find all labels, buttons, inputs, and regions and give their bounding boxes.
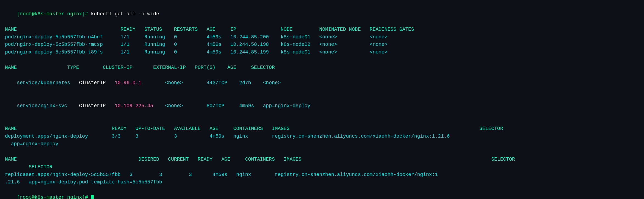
deploy-row-1b: app=nginx-deploy xyxy=(5,140,639,148)
deploy-header: NAME READY UP-TO-DATE AVAILABLE AGE CONT… xyxy=(5,125,639,133)
svc-row-1: service/kubernetes ClusterIP 10.96.0.1 <… xyxy=(5,72,639,95)
svc2-type: ClusterIP xyxy=(79,103,115,109)
svc1-type: ClusterIP xyxy=(79,80,115,86)
rs-header-selector: SELECTOR xyxy=(5,163,639,171)
svc2-clusterip: 10.109.225.45 xyxy=(115,103,165,109)
svc-header: NAME TYPE CLUSTER-IP EXTERNAL-IP PORT(S)… xyxy=(5,64,639,72)
blank-2 xyxy=(5,117,639,125)
command-line: [root@k8s-master nginx]# kubectl get all… xyxy=(5,3,639,26)
pods-header: NAME READY STATUS RESTARTS AGE IP NODE N… xyxy=(5,26,639,33)
pod-row-1: pod/nginx-deploy-5c5b557fbb-n4bnf 1/1 Ru… xyxy=(5,33,639,41)
deploy-row-1: deployment.apps/nginx-deploy 3/3 3 3 4m5… xyxy=(5,133,639,140)
prompt-1: [root@k8s-master nginx]# xyxy=(17,11,91,17)
terminal-window: [root@k8s-master nginx]# kubectl get all… xyxy=(5,3,639,199)
pod-row-2: pod/nginx-deploy-5c5b557fbb-rmcsp 1/1 Ru… xyxy=(5,41,639,49)
rs-header: NAME DESIRED CURRENT READY AGE CONTAINER… xyxy=(5,156,639,163)
prompt-2: [root@k8s-master nginx]# xyxy=(17,195,91,199)
svc-row-2: service/nginx-svc ClusterIP 10.109.225.4… xyxy=(5,95,639,118)
blank-3 xyxy=(5,148,639,156)
svc2-name: service/nginx-svc xyxy=(17,103,79,109)
rs-row-1: replicaset.apps/nginx-deploy-5c5b557fbb … xyxy=(5,171,639,179)
svc1-clusterip: 10.96.0.1 xyxy=(115,80,165,86)
svc1-externalip: <none> 443/TCP 2d7h <none> xyxy=(165,80,281,86)
svc2-externalip: <none> 80/TCP 4m59s app=nginx-deploy xyxy=(165,103,310,109)
svc1-name: service/kubernetes xyxy=(17,80,79,86)
rs-row-1c: .21.6 app=nginx-deploy,pod-template-hash… xyxy=(5,178,639,186)
final-prompt-line: [root@k8s-master nginx]# xyxy=(5,186,639,199)
command-text-1: kubectl get all -o wide xyxy=(91,11,159,17)
blank-1 xyxy=(5,56,639,64)
cursor xyxy=(91,195,94,199)
pod-row-3: pod/nginx-deploy-5c5b557fbb-t89fs 1/1 Ru… xyxy=(5,49,639,56)
